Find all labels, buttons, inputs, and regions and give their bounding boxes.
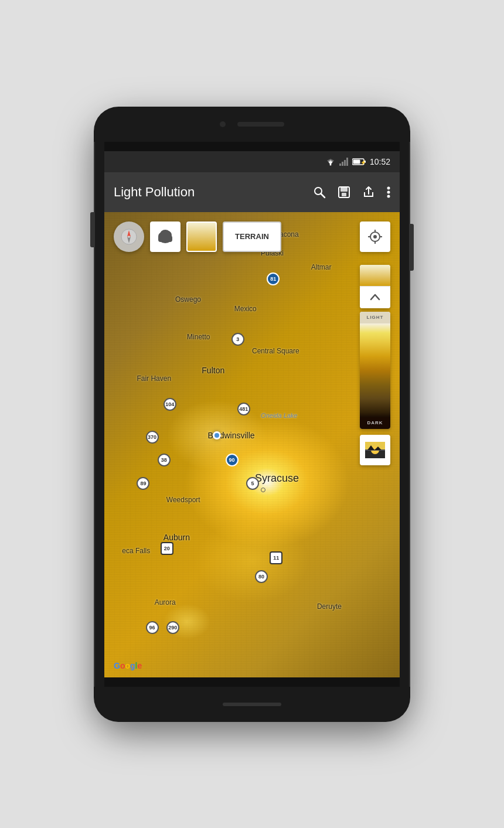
svg-point-18 [387,190,390,193]
battery-icon: ⚡ [352,158,366,166]
chevron-up-icon [370,294,380,301]
save-icon[interactable] [338,186,350,199]
light-label: LIGHT [367,315,384,320]
svg-rect-4 [339,163,341,166]
svg-rect-7 [346,158,348,166]
more-options-icon[interactable] [387,186,390,199]
road-state-80: 80 [255,570,268,583]
svg-rect-10 [353,159,360,163]
road-state-481: 481 [237,403,250,415]
road-us-11: 11 [270,551,282,564]
app-bar: Light Pollution [104,172,400,212]
location-marker [213,431,221,439]
road-us-20: 20 [161,542,173,555]
phone-screen-frame: ⚡ 10:52 Light Pollution [104,117,400,711]
share-icon[interactable] [362,186,375,199]
svg-point-29 [373,235,377,238]
screen: ⚡ 10:52 Light Pollution [104,151,400,677]
horizon-button[interactable] [360,435,390,465]
map-container[interactable]: Lacona Pulaski Altmar Oswego Mexico Mine… [104,212,400,677]
right-panel: LIGHT DARK [360,265,390,465]
road-interstate-90: 90 [226,454,239,466]
signal-icon [339,158,349,166]
road-state-104: 104 [164,398,176,411]
phone-device: ⚡ 10:52 Light Pollution [94,107,410,722]
road-state-5: 5 [246,477,259,490]
light-overlay-button[interactable] [186,222,217,252]
terrain-button[interactable]: TERRAIN [223,222,281,252]
svg-point-3 [329,163,331,165]
svg-line-13 [321,193,325,197]
phone-bottom-bar [94,687,410,722]
svg-rect-6 [344,160,346,166]
compass-button[interactable] [114,222,144,252]
camera-icon [220,121,226,127]
google-o1-red: o [120,661,125,670]
app-title: Light Pollution [114,185,301,200]
status-icons: ⚡ 10:52 [325,157,390,166]
gps-button[interactable] [360,222,390,252]
svg-rect-15 [340,187,348,192]
gps-icon [367,229,383,245]
terrain-label: TERRAIN [235,232,269,241]
app-bar-actions [313,186,390,199]
road-interstate-81: 81 [267,272,280,285]
map-toolbar: TERRAIN [104,222,400,252]
phone-top-bar [94,107,410,142]
road-state-290: 290 [166,621,179,634]
horizon-icon [365,442,385,458]
svg-text:⚡: ⚡ [360,159,366,165]
wifi-icon [325,158,336,166]
scroll-up-button[interactable] [360,286,390,308]
google-o2-yellow: o [125,661,130,670]
search-icon[interactable] [313,186,326,199]
google-g-blue: G [114,661,120,670]
dark-label: DARK [367,420,383,425]
svg-rect-27 [158,237,172,242]
speaker-slot [237,122,284,127]
google-e-red: e [137,661,142,670]
svg-point-17 [387,186,390,189]
weather-overlay-button[interactable] [150,222,181,252]
map-terrain-texture [104,212,400,677]
svg-rect-16 [342,193,346,196]
road-state-38: 38 [158,454,171,466]
svg-rect-5 [342,162,343,166]
road-state-370: 370 [146,431,159,444]
pollution-color-scale [360,323,390,417]
road-state-3: 3 [231,333,244,346]
status-time: 10:52 [370,157,390,166]
google-g2-blue: g [130,661,135,670]
svg-point-19 [387,195,390,197]
road-state-96: 96 [146,621,159,634]
color-scale-panel: LIGHT DARK [360,312,390,429]
home-indicator [223,703,281,706]
google-logo: G o o g l e [114,661,142,670]
status-bar: ⚡ 10:52 [104,151,400,172]
cloud-icon [156,229,175,245]
